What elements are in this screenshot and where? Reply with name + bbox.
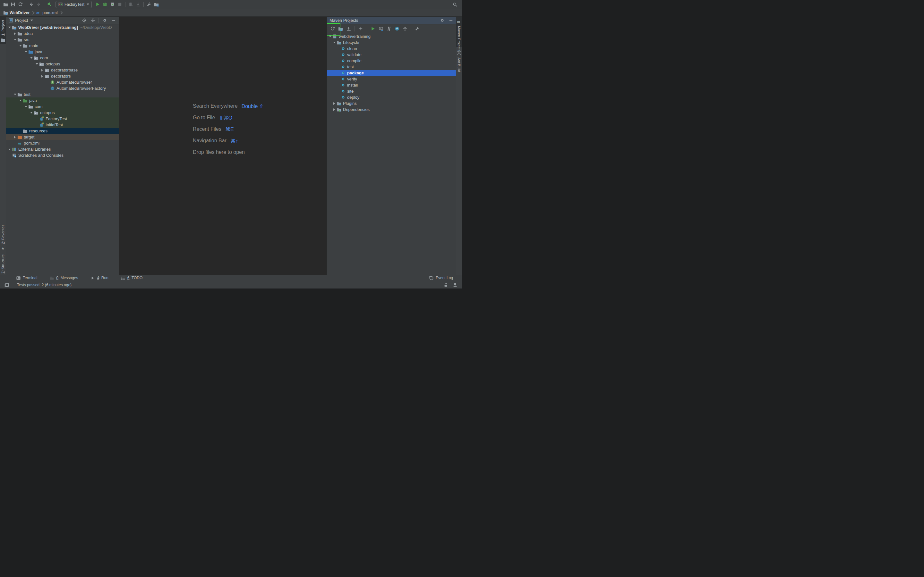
down-arrow-icon[interactable] xyxy=(24,106,27,107)
toolwindow-button-todo[interactable]: 6: TODO xyxy=(121,276,143,280)
tree-row-compile[interactable]: compile xyxy=(327,58,456,64)
tree-row-resources[interactable]: resources xyxy=(6,128,119,134)
right-arrow-icon[interactable] xyxy=(40,75,44,77)
tree-row-com[interactable]: com xyxy=(6,103,119,110)
add-maven-project-icon[interactable] xyxy=(357,25,365,32)
collapse-all-icon[interactable] xyxy=(90,18,95,23)
tree-row-lifecycle[interactable]: Lifecycle xyxy=(327,39,456,45)
dump-icon[interactable] xyxy=(134,1,142,8)
settings-wrench-icon[interactable] xyxy=(145,1,153,8)
down-arrow-icon[interactable] xyxy=(8,27,11,28)
down-arrow-icon[interactable] xyxy=(13,39,17,40)
tree-row-dependencies[interactable]: Dependencies xyxy=(327,106,456,113)
forward-icon[interactable] xyxy=(35,1,42,8)
down-arrow-icon[interactable] xyxy=(35,63,39,65)
toolwindow-button-run[interactable]: 4: Run xyxy=(90,276,108,280)
unlock-icon[interactable] xyxy=(443,282,448,287)
debug-button[interactable] xyxy=(102,1,109,8)
toolwindow-button-terminal[interactable]: Terminal xyxy=(16,276,37,280)
synchronize-icon[interactable] xyxy=(17,1,24,8)
tree-row-octopus[interactable]: octopus xyxy=(6,110,119,116)
down-arrow-icon[interactable] xyxy=(333,42,336,43)
hide-panel-icon[interactable] xyxy=(110,18,116,23)
download-sources-icon[interactable] xyxy=(345,25,352,32)
toolwindow-button-messages[interactable]: 0: Messages xyxy=(49,276,78,280)
tree-row-plugins[interactable]: Plugins xyxy=(327,100,456,106)
stripe-button-mavenprojects[interactable]: m Maven Projects xyxy=(456,17,462,47)
tree-row-test[interactable]: test xyxy=(6,91,119,97)
down-arrow-icon[interactable] xyxy=(19,100,22,101)
tree-row-clean[interactable]: clean xyxy=(327,45,456,52)
toolwindow-switcher-icon[interactable] xyxy=(5,282,9,287)
back-icon[interactable] xyxy=(27,1,35,8)
tree-row-pom-xml[interactable]: m pom.xml xyxy=(6,140,119,146)
tree-row-factorytest[interactable]: C FactoryTest xyxy=(6,116,119,122)
tree-row-initialtest[interactable]: C InitialTest xyxy=(6,122,119,128)
right-arrow-icon[interactable] xyxy=(13,32,17,35)
run-configuration-select[interactable]: FactoryTest xyxy=(55,1,92,8)
down-arrow-icon[interactable] xyxy=(328,35,332,37)
toolwindow-button-eventlog[interactable]: Event Log xyxy=(429,276,453,280)
tree-row-package[interactable]: package xyxy=(327,70,456,76)
tree-row-webdrivertraining[interactable]: m webdrivertraining xyxy=(327,33,456,39)
tree-row-validate[interactable]: validate xyxy=(327,52,456,58)
search-everywhere-icon[interactable] xyxy=(452,1,458,8)
down-arrow-icon[interactable] xyxy=(29,112,33,113)
tree-row-target[interactable]: target xyxy=(6,134,119,140)
settings-gear-icon[interactable] xyxy=(102,18,107,23)
stripe-button-antbuild[interactable]: Ant Build xyxy=(456,49,462,77)
toggle-offline-mode-icon[interactable] xyxy=(393,25,401,32)
tree-row-decoratorbase[interactable]: decoratorbase xyxy=(6,67,119,73)
right-arrow-icon[interactable] xyxy=(40,69,44,71)
run-maven-build-icon[interactable] xyxy=(369,25,376,32)
right-arrow-icon[interactable] xyxy=(333,102,336,105)
reimport-all-maven-icon[interactable] xyxy=(329,25,336,32)
stripe-button-favorites[interactable]: ★ 2: Favorites xyxy=(0,222,6,253)
tree-row-java[interactable]: java xyxy=(6,97,119,103)
save-all-icon[interactable] xyxy=(9,1,17,8)
down-arrow-icon[interactable] xyxy=(24,51,27,53)
tree-row-scratches-and-consoles[interactable]: Scratches and Consoles xyxy=(6,152,119,158)
tree-row-test[interactable]: test xyxy=(327,64,456,70)
tree-row-external-libraries[interactable]: External Libraries xyxy=(6,146,119,152)
tree-row-main[interactable]: main xyxy=(6,43,119,49)
down-arrow-icon[interactable] xyxy=(13,93,17,95)
execute-maven-goal-icon[interactable]: m xyxy=(377,25,384,32)
tree-row-site[interactable]: site xyxy=(327,88,456,94)
tree-row-java[interactable]: java xyxy=(6,49,119,55)
right-arrow-icon[interactable] xyxy=(13,136,17,139)
tree-row-install[interactable]: install xyxy=(327,82,456,88)
tree-row-automatedbrowserfactory[interactable]: C AutomatedBrowserFactory xyxy=(6,85,119,91)
breadcrumb-item[interactable]: m pom.xml xyxy=(36,10,57,15)
run-button[interactable] xyxy=(94,1,102,8)
down-arrow-icon[interactable] xyxy=(19,45,22,47)
update-application-icon[interactable] xyxy=(127,1,134,8)
skip-tests-icon[interactable] xyxy=(385,25,393,32)
highlighting-level-icon[interactable] xyxy=(453,282,457,287)
settings-gear-icon[interactable] xyxy=(439,18,445,23)
hide-panel-icon[interactable] xyxy=(448,18,454,23)
coverage-button[interactable] xyxy=(109,1,116,8)
tree-row-verify[interactable]: verify xyxy=(327,76,456,82)
breadcrumb-item[interactable]: WebDriver xyxy=(3,10,29,15)
project-structure-icon[interactable] xyxy=(153,1,160,8)
tree-row-decorators[interactable]: decorators xyxy=(6,73,119,79)
tree-row-automatedbrowser[interactable]: I AutomatedBrowser xyxy=(6,79,119,85)
tree-row-com[interactable]: com xyxy=(6,55,119,61)
tree-row-octopus[interactable]: octopus xyxy=(6,61,119,67)
stripe-button-project[interactable]: 1: Project xyxy=(0,17,6,44)
down-arrow-icon[interactable] xyxy=(29,57,33,59)
tree-row-src[interactable]: src xyxy=(6,37,119,43)
locate-icon[interactable] xyxy=(81,18,87,23)
right-arrow-icon[interactable] xyxy=(8,148,11,151)
tree-row-idea[interactable]: .idea xyxy=(6,31,119,37)
stop-button[interactable] xyxy=(116,1,124,8)
tree-row-webdriver-webdrivertraining[interactable]: WebDriver [webdrivertraining] ~/Desktop/… xyxy=(6,24,119,31)
generate-sources-icon[interactable] xyxy=(337,25,344,32)
maven-settings-icon[interactable] xyxy=(414,25,421,32)
chevron-down-icon[interactable] xyxy=(31,19,33,21)
right-arrow-icon[interactable] xyxy=(333,108,336,111)
build-project-icon[interactable] xyxy=(46,1,53,8)
collapse-all-icon[interactable] xyxy=(401,25,409,32)
open-project-icon[interactable] xyxy=(2,1,9,8)
